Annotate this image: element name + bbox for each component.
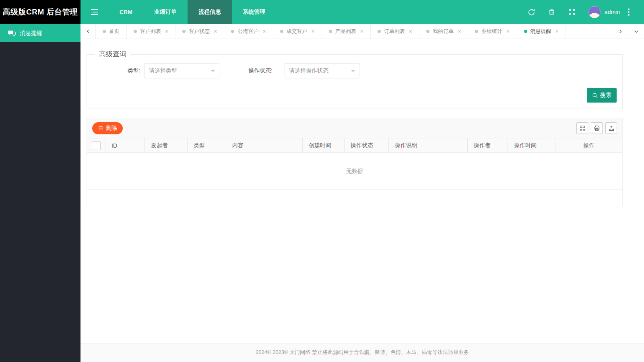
nav-item-system[interactable]: 系统管理: [232, 0, 276, 24]
delete-button-label: 删除: [106, 125, 117, 132]
tabs-scroll-right-button[interactable]: [613, 24, 628, 39]
status-label: 操作状态:: [227, 67, 272, 74]
tab-close-icon[interactable]: ×: [555, 28, 559, 35]
nav-item-crm[interactable]: CRM: [109, 0, 143, 24]
top-bar-actions: admin: [522, 0, 644, 24]
select-all-checkbox[interactable]: [92, 141, 101, 150]
collapse-menu-button[interactable]: [80, 0, 109, 24]
tabs-menu-button[interactable]: [628, 24, 644, 39]
tab-close-icon[interactable]: ×: [506, 28, 510, 35]
fullscreen-icon: [568, 8, 576, 16]
tabs-strip: 首页 客户列表 × 客户状态 × 公海客户 ×: [96, 24, 566, 39]
username[interactable]: admin: [605, 9, 620, 15]
search-icon: [592, 93, 598, 99]
avatar[interactable]: [588, 6, 601, 18]
tab-order-list[interactable]: 订单列表 ×: [371, 24, 419, 39]
column-header-type[interactable]: 类型: [188, 138, 226, 152]
column-header-content[interactable]: 内容: [226, 138, 303, 152]
tab-dot: [378, 30, 381, 33]
sidebar-item-messages[interactable]: 消息提醒: [0, 24, 80, 42]
fullscreen-button[interactable]: [562, 0, 582, 24]
tab-customer-list[interactable]: 客户列表 ×: [127, 24, 175, 39]
export-icon: [608, 125, 615, 132]
type-label: 类型:: [87, 67, 140, 74]
column-header-actions[interactable]: 操作: [555, 138, 622, 152]
tab-close-icon[interactable]: ×: [262, 28, 266, 35]
main-area: 首页 客户列表 × 客户状态 × 公海客户 ×: [80, 24, 644, 362]
table-empty-state: 无数据: [87, 153, 622, 190]
refresh-button[interactable]: [522, 0, 542, 24]
empty-text: 无数据: [346, 168, 363, 175]
tab-dot: [280, 30, 283, 33]
status-select-placeholder: 请选择操作状态: [289, 67, 328, 74]
nav-item-process[interactable]: 流程信息: [188, 0, 232, 24]
nav-item-orders[interactable]: 业绩订单: [143, 0, 188, 24]
tab-message-reminder[interactable]: 消息提醒 ×: [517, 24, 566, 39]
printer-icon: [594, 125, 600, 132]
tab-close-icon[interactable]: ×: [458, 28, 461, 35]
tab-content: 高级查询 类型: 请选择类型 操作状态: 请选择操作状态: [80, 39, 644, 343]
panel-legend: 高级查询: [95, 49, 130, 59]
clear-cache-button[interactable]: [542, 0, 562, 24]
column-header-id[interactable]: ID: [105, 138, 145, 152]
page-body: 消息提醒 首页 客户列表 ×: [0, 24, 644, 362]
tab-dot: [231, 30, 234, 33]
search-button-label: 搜索: [600, 92, 611, 99]
top-nav: CRM 业绩订单 流程信息 系统管理: [80, 0, 644, 24]
tab-my-orders[interactable]: 我的订单 ×: [419, 24, 468, 39]
tab-dot: [182, 30, 186, 33]
top-bar: 高级版CRM 后台管理 CRM 业绩订单 流程信息 系统管理: [0, 0, 644, 24]
table-toolbar: 删除: [87, 118, 622, 138]
column-header-create-time[interactable]: 创建时间: [303, 138, 345, 152]
select-arrow-icon: [211, 70, 215, 74]
advanced-search-panel: 高级查询 类型: 请选择类型 操作状态: 请选择操作状态: [87, 54, 623, 109]
chevron-down-icon: [634, 29, 639, 34]
tab-dot: [475, 30, 478, 33]
sidebar-item-label: 消息提醒: [20, 30, 42, 37]
tab-dot: [329, 30, 332, 33]
tab-public-customers[interactable]: 公海客户 ×: [224, 24, 273, 39]
comments-icon: [8, 30, 16, 37]
type-select-placeholder: 请选择类型: [149, 67, 177, 74]
export-button[interactable]: [605, 122, 617, 134]
delete-button[interactable]: 删除: [92, 122, 123, 134]
search-form-row: 类型: 请选择类型 操作状态: 请选择操作状态: [87, 63, 359, 78]
filter-columns-button[interactable]: [576, 122, 588, 134]
tab-customer-status[interactable]: 客户状态 ×: [175, 24, 224, 39]
tab-close-icon[interactable]: ×: [312, 28, 315, 35]
tab-close-icon[interactable]: ×: [214, 28, 217, 35]
chevron-left-icon: [86, 29, 91, 34]
columns-icon: [579, 125, 586, 132]
print-button[interactable]: [591, 122, 603, 134]
search-button[interactable]: 搜索: [587, 88, 617, 103]
tab-deal-customers[interactable]: 成交客户 ×: [273, 24, 322, 39]
column-header-op-status[interactable]: 操作状态: [345, 138, 389, 152]
tab-close-icon[interactable]: ×: [165, 28, 168, 35]
tab-dot: [134, 30, 137, 33]
tab-close-icon[interactable]: ×: [409, 28, 412, 35]
column-header-op-time[interactable]: 操作时间: [508, 138, 555, 152]
more-vertical-icon: [627, 8, 630, 16]
status-select[interactable]: 请选择操作状态: [285, 63, 359, 78]
sidebar: 消息提醒: [0, 24, 80, 362]
message-table-panel: 删除: [87, 118, 623, 206]
column-header-sender[interactable]: 发起者: [145, 138, 188, 152]
tab-product-list[interactable]: 产品列表 ×: [322, 24, 371, 39]
tab-bar: 首页 客户列表 × 客户状态 × 公海客户 ×: [80, 24, 644, 39]
tab-home[interactable]: 首页: [96, 24, 127, 39]
tab-close-icon[interactable]: ×: [360, 28, 363, 35]
hamburger-icon: [91, 9, 98, 15]
tab-dot: [103, 30, 106, 33]
tabs-scroll-left-button[interactable]: [80, 24, 96, 39]
pagination-area: [87, 190, 622, 206]
more-menu-button[interactable]: [620, 0, 638, 24]
page-footer: 2024© 2023© 天门网络 禁止将此源码用于含诈骗、赌博、色情、木马、病毒…: [80, 343, 644, 362]
column-header-operator[interactable]: 操作者: [468, 138, 508, 152]
copyright-text: 2024© 2023© 天门网络 禁止将此源码用于含诈骗、赌博、色情、木马、病毒…: [256, 349, 469, 356]
trash-icon: [98, 125, 103, 131]
column-header-op-description[interactable]: 操作说明: [389, 138, 468, 152]
tab-performance-stats[interactable]: 业绩统计 ×: [468, 24, 517, 39]
trash-icon: [548, 8, 555, 16]
type-select[interactable]: 请选择类型: [144, 63, 219, 78]
tab-dot: [524, 30, 527, 33]
